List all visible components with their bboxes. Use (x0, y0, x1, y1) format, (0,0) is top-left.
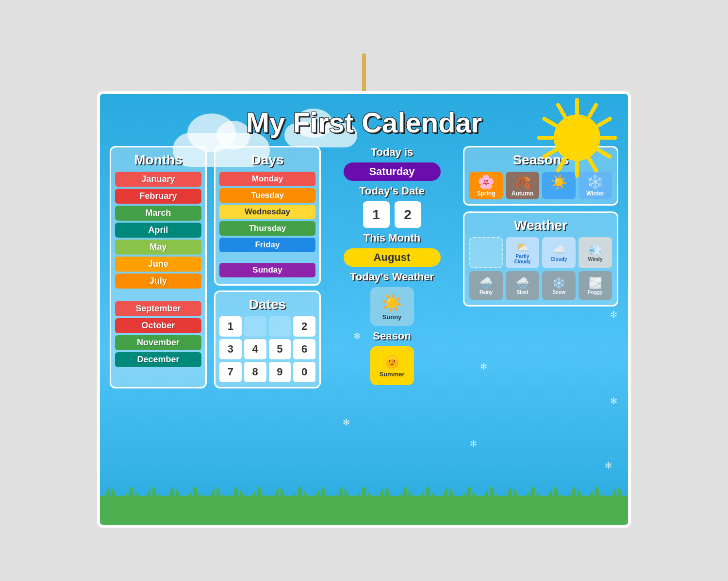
weather-name: Sunny (382, 313, 402, 321)
month-march: March (115, 206, 201, 221)
day-monday: Monday (219, 172, 315, 186)
month-april: April (115, 223, 201, 238)
svg-rect-8 (542, 147, 558, 159)
this-month-label: This Month (364, 232, 420, 244)
svg-rect-2 (596, 116, 612, 128)
weather-panel: Weather ⛅ Partly Cloudy ☁️ Cloudy (463, 211, 618, 307)
snowflake-4: ✻ (470, 438, 477, 449)
middle-section: Days Monday Tuesday Wednesday Thursday F… (214, 146, 321, 388)
today-day-badge: Saturday (344, 162, 441, 181)
month-november: November (115, 335, 201, 350)
weather-rainy: 🌧️ Rainy (469, 271, 503, 300)
weather-label: Today's Weather (350, 271, 434, 283)
month-august-gap (115, 290, 201, 299)
svg-rect-4 (596, 147, 612, 159)
snowflake-7: ✻ (605, 460, 612, 471)
season-label: Season (373, 330, 411, 342)
date-0: 0 (293, 362, 315, 382)
sun-icon (536, 97, 618, 179)
month-december: December (115, 352, 201, 367)
date-empty2 (269, 316, 291, 337)
rope (362, 53, 366, 92)
weather-windy: 💨 Windy (579, 237, 612, 268)
svg-rect-3 (600, 136, 617, 140)
month-september: September (115, 301, 201, 316)
month-july: July (115, 274, 201, 289)
date-7: 7 (219, 362, 242, 382)
month-may: May (115, 240, 201, 255)
weather-foggy: 🌫️ Foggy (579, 271, 612, 300)
svg-rect-10 (542, 116, 558, 128)
weather-empty (469, 237, 503, 268)
weather-cloudy: ☁️ Cloudy (542, 237, 576, 268)
date-5: 5 (269, 339, 291, 359)
svg-rect-6 (575, 161, 579, 178)
svg-rect-5 (587, 157, 598, 173)
day-tuesday: Tuesday (219, 188, 315, 203)
center-section: Today is Saturday Today's Date 1 2 This … (328, 146, 456, 388)
month-january: January (115, 172, 201, 187)
day-thursday: Thursday (219, 221, 315, 236)
this-month-badge: August (344, 248, 441, 267)
weather-sleet: 🌨️ Sleet (506, 271, 539, 300)
date-1: 1 (219, 316, 242, 337)
svg-rect-1 (587, 102, 598, 119)
date-9: 9 (269, 362, 291, 382)
svg-rect-11 (556, 102, 567, 119)
weather-panel-title: Weather (469, 218, 612, 233)
today-season-icon: 🌞 Summer (370, 346, 414, 385)
weather-snow: ❄️ Snow (542, 271, 576, 300)
date-digit-2: 2 (395, 201, 421, 228)
svg-point-12 (554, 114, 600, 161)
date-3: 3 (219, 339, 242, 359)
date-digit-1: 1 (363, 201, 390, 228)
day-saturday-gap (219, 254, 315, 261)
todays-date-label: Today's Date (359, 185, 424, 197)
today-is-label: Today is (371, 146, 414, 159)
dates-grid: 1 2 3 4 5 6 7 8 9 0 (219, 316, 315, 382)
months-title: Months (115, 152, 201, 168)
weather-partly-cloudy: ⛅ Partly Cloudy (506, 237, 539, 268)
date-2: 2 (293, 316, 315, 337)
date-empty1 (244, 316, 266, 337)
main-layout: Months January February March April May … (110, 146, 618, 422)
svg-rect-0 (575, 98, 579, 115)
days-title: Days (219, 152, 315, 168)
calendar-board: My First Calendar Months January Februar… (97, 91, 631, 528)
season-autumn: 🍂 Autumn (506, 172, 539, 199)
month-october: October (115, 318, 201, 333)
date-8: 8 (244, 362, 266, 382)
today-weather-icon: ☀️ Sunny (370, 287, 414, 326)
date-boxes: 1 2 (363, 201, 421, 228)
date-4: 4 (244, 339, 266, 359)
season-name: Summer (379, 371, 404, 378)
date-6: 6 (293, 339, 315, 359)
right-section: Seasons 🌸 Spring 🍂 Autumn ☀️ (463, 146, 618, 388)
weather-grid: ⛅ Partly Cloudy ☁️ Cloudy 💨 Windy (469, 237, 612, 300)
season-spring: 🌸 Spring (469, 172, 503, 199)
svg-rect-9 (537, 136, 554, 140)
grass-decoration (100, 496, 628, 525)
dates-panel: Dates 1 2 3 4 5 6 7 8 9 (214, 290, 321, 388)
month-june: June (115, 257, 201, 272)
day-sunday: Sunday (219, 263, 315, 277)
days-panel: Days Monday Tuesday Wednesday Thursday F… (214, 146, 321, 286)
dates-title: Dates (219, 297, 315, 312)
svg-rect-7 (556, 157, 567, 173)
month-february: February (115, 189, 201, 204)
months-panel: Months January February March April May … (110, 146, 207, 388)
day-friday: Friday (219, 238, 315, 252)
day-wednesday: Wednesday (219, 205, 315, 219)
